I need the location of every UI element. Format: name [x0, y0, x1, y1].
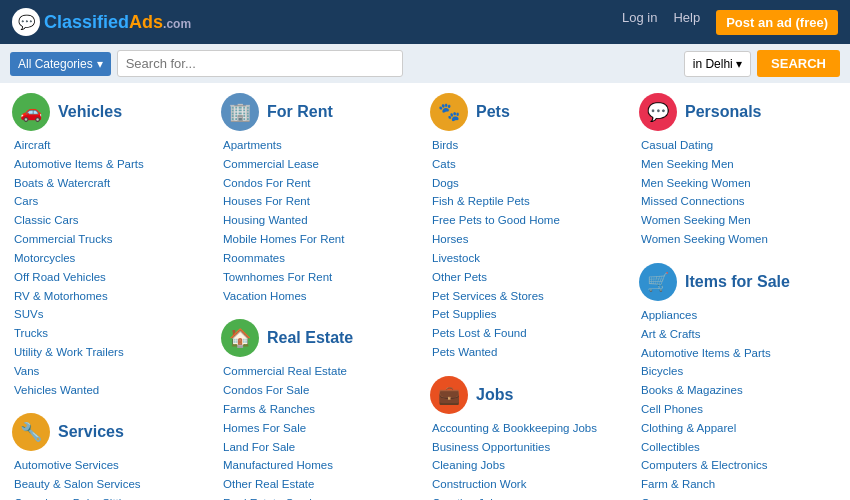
vehicles-links: AircraftAutomotive Items & PartsBoats & … [12, 137, 211, 399]
search-button[interactable]: SEARCH [757, 50, 840, 77]
list-item[interactable]: RV & Motorhomes [14, 288, 211, 306]
list-item[interactable]: Free Pets to Good Home [432, 212, 629, 230]
list-item[interactable]: Fish & Reptile Pets [432, 193, 629, 211]
logo: 💬 ClassifiedAds.com [12, 8, 191, 36]
list-item[interactable]: Aircraft [14, 137, 211, 155]
forrent-links: ApartmentsCommercial LeaseCondos For Ren… [221, 137, 420, 305]
list-item[interactable]: Missed Connections [641, 193, 838, 211]
list-item[interactable]: Real Estate Services [223, 495, 420, 500]
list-item[interactable]: Games [641, 495, 838, 500]
list-item[interactable]: Cars [14, 193, 211, 211]
services-header: 🔧 Services [12, 413, 211, 451]
list-item[interactable]: SUVs [14, 306, 211, 324]
list-item[interactable]: Farms & Ranches [223, 401, 420, 419]
list-item[interactable]: Commercial Real Estate [223, 363, 420, 381]
list-item[interactable]: Automotive Items & Parts [14, 156, 211, 174]
list-item[interactable]: Women Seeking Women [641, 231, 838, 249]
list-item[interactable]: Commercial Trucks [14, 231, 211, 249]
forrent-title: For Rent [267, 103, 333, 121]
location-select[interactable]: in Delhi ▾ [684, 51, 751, 77]
search-bar: All Categories ▾ in Delhi ▾ SEARCH [0, 44, 850, 83]
list-item[interactable]: Business Opportunities [432, 439, 629, 457]
list-item[interactable]: Creative Jobs [432, 495, 629, 500]
list-item[interactable]: Livestock [432, 250, 629, 268]
pets-icon: 🐾 [430, 93, 468, 131]
itemsforsale-icon: 🛒 [639, 263, 677, 301]
list-item[interactable]: Land For Sale [223, 439, 420, 457]
services-icon: 🔧 [12, 413, 50, 451]
list-item[interactable]: Mobile Homes For Rent [223, 231, 420, 249]
list-item[interactable]: Automotive Services [14, 457, 211, 475]
list-item[interactable]: Cats [432, 156, 629, 174]
list-item[interactable]: Casual Dating [641, 137, 838, 155]
list-item[interactable]: Condos For Rent [223, 175, 420, 193]
list-item[interactable]: Horses [432, 231, 629, 249]
list-item[interactable]: Condos For Sale [223, 382, 420, 400]
jobs-links: Accounting & Bookkeeping JobsBusiness Op… [430, 420, 629, 500]
list-item[interactable]: Utility & Work Trailers [14, 344, 211, 362]
post-ad-button[interactable]: Post an ad (free) [716, 10, 838, 35]
list-item[interactable]: Men Seeking Women [641, 175, 838, 193]
list-item[interactable]: Collectibles [641, 439, 838, 457]
vehicles-title: Vehicles [58, 103, 122, 121]
list-item[interactable]: Men Seeking Men [641, 156, 838, 174]
list-item[interactable]: Vehicles Wanted [14, 382, 211, 400]
vehicles-icon: 🚗 [12, 93, 50, 131]
list-item[interactable]: Cell Phones [641, 401, 838, 419]
list-item[interactable]: Beauty & Salon Services [14, 476, 211, 494]
list-item[interactable]: Vans [14, 363, 211, 381]
list-item[interactable]: Clothing & Apparel [641, 420, 838, 438]
pets-header: 🐾 Pets [430, 93, 629, 131]
list-item[interactable]: Pet Supplies [432, 306, 629, 324]
services-links: Automotive ServicesBeauty & Salon Servic… [12, 457, 211, 500]
list-item[interactable]: Classic Cars [14, 212, 211, 230]
list-item[interactable]: Other Pets [432, 269, 629, 287]
list-item[interactable]: Pet Services & Stores [432, 288, 629, 306]
list-item[interactable]: Pets Wanted [432, 344, 629, 362]
list-item[interactable]: Birds [432, 137, 629, 155]
personals-section: 💬 Personals Casual DatingMen Seeking Men… [639, 93, 838, 249]
list-item[interactable]: Houses For Rent [223, 193, 420, 211]
list-item[interactable]: Books & Magazines [641, 382, 838, 400]
search-input[interactable] [117, 50, 404, 77]
vehicles-header: 🚗 Vehicles [12, 93, 211, 131]
list-item[interactable]: Off Road Vehicles [14, 269, 211, 287]
list-item[interactable]: Dogs [432, 175, 629, 193]
list-item[interactable]: Townhomes For Rent [223, 269, 420, 287]
col-4: 💬 Personals Casual DatingMen Seeking Men… [639, 93, 838, 500]
col-2: 🏢 For Rent ApartmentsCommercial LeaseCon… [221, 93, 420, 500]
category-select[interactable]: All Categories ▾ [10, 52, 111, 76]
col-3: 🐾 Pets BirdsCatsDogsFish & Reptile PetsF… [430, 93, 629, 500]
list-item[interactable]: Vacation Homes [223, 288, 420, 306]
list-item[interactable]: Motorcycles [14, 250, 211, 268]
list-item[interactable]: Trucks [14, 325, 211, 343]
list-item[interactable]: Commercial Lease [223, 156, 420, 174]
main-content: 🚗 Vehicles AircraftAutomotive Items & Pa… [0, 83, 850, 500]
list-item[interactable]: Manufactured Homes [223, 457, 420, 475]
list-item[interactable]: Housing Wanted [223, 212, 420, 230]
list-item[interactable]: Appliances [641, 307, 838, 325]
list-item[interactable]: Bicycles [641, 363, 838, 381]
list-item[interactable]: Cleaning Jobs [432, 457, 629, 475]
list-item[interactable]: Automotive Items & Parts [641, 345, 838, 363]
list-item[interactable]: Roommates [223, 250, 420, 268]
list-item[interactable]: Homes For Sale [223, 420, 420, 438]
list-item[interactable]: Accounting & Bookkeeping Jobs [432, 420, 629, 438]
personals-title: Personals [685, 103, 761, 121]
list-item[interactable]: Other Real Estate [223, 476, 420, 494]
list-item[interactable]: Caregivers Baby Sitting [14, 495, 211, 500]
list-item[interactable]: Boats & Watercraft [14, 175, 211, 193]
list-item[interactable]: Apartments [223, 137, 420, 155]
login-link[interactable]: Log in [622, 10, 657, 35]
itemsforsale-header: 🛒 Items for Sale [639, 263, 838, 301]
help-link[interactable]: Help [673, 10, 700, 35]
list-item[interactable]: Construction Work [432, 476, 629, 494]
list-item[interactable]: Pets Lost & Found [432, 325, 629, 343]
logo-text: ClassifiedAds.com [44, 12, 191, 33]
list-item[interactable]: Farm & Ranch [641, 476, 838, 494]
list-item[interactable]: Art & Crafts [641, 326, 838, 344]
logo-icon: 💬 [12, 8, 40, 36]
list-item[interactable]: Computers & Electronics [641, 457, 838, 475]
jobs-icon: 💼 [430, 376, 468, 414]
list-item[interactable]: Women Seeking Men [641, 212, 838, 230]
